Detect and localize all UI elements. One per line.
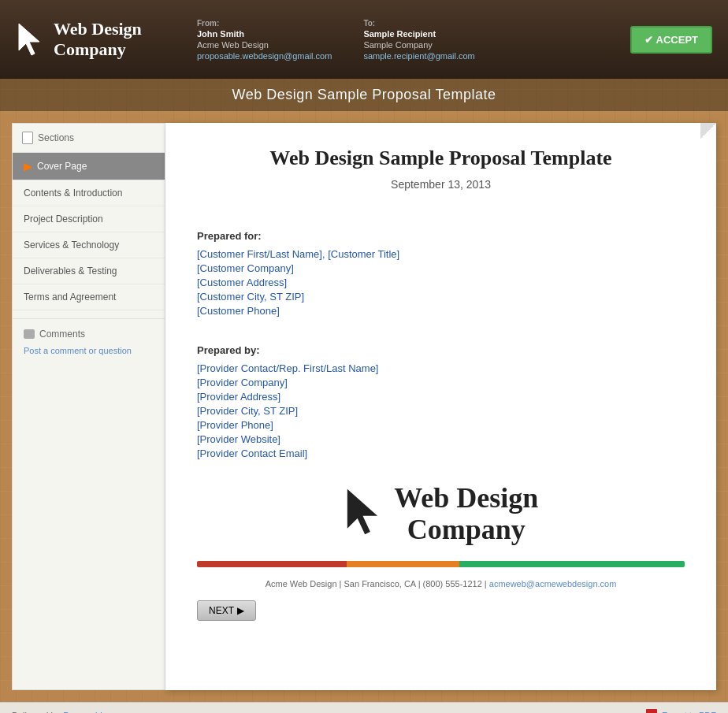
doc-title: Web Design Sample Proposal Template (197, 147, 685, 170)
sidebar-item-contents-introduction[interactable]: Contents & Introduction (13, 180, 165, 206)
sidebar-item-label: Terms and Agreement (24, 292, 116, 303)
title-bar-text: Web Design Sample Proposal Template (232, 87, 496, 102)
from-name: John Smith (197, 29, 332, 39)
customer-company: [Customer Company] (197, 262, 685, 274)
large-cursor-icon (344, 487, 387, 541)
sections-label: Sections (38, 132, 74, 143)
progress-bar-area (197, 561, 685, 567)
sidebar-item-label: Cover Page (37, 161, 87, 172)
customer-address: [Customer Address] (197, 277, 685, 288)
to-email: sample.recipient@gmail.com (363, 51, 474, 61)
to-label: To: (363, 19, 474, 28)
comments-section: Comments (13, 318, 165, 344)
provider-name: [Provider Contact/Rep. First/Last Name] (197, 362, 685, 374)
provider-phone: [Provider Phone] (197, 419, 685, 431)
from-group: From: John Smith Acme Web Design proposa… (197, 19, 332, 61)
customer-phone: [Customer Phone] (197, 305, 685, 317)
sidebar-item-label: Contents & Introduction (24, 188, 122, 199)
provider-email: [Provider Contact Email] (197, 447, 685, 459)
post-comment-link[interactable]: Post a comment or question (13, 344, 165, 357)
prepared-by-section: Prepared by: [Provider Contact/Rep. Firs… (197, 344, 685, 459)
comment-icon (24, 329, 35, 339)
from-company: Acme Web Design (197, 40, 332, 50)
document-icon (22, 132, 33, 144)
from-email: proposable.webdesign@gmail.com (197, 51, 332, 61)
provider-city-zip: [Provider City, ST ZIP] (197, 405, 685, 417)
provider-company: [Provider Company] (197, 377, 685, 388)
accept-button[interactable]: ✔ ACCEPT (630, 26, 712, 54)
prepared-by-label: Prepared by: (197, 344, 685, 356)
provider-address: [Provider Address] (197, 391, 685, 403)
logo-text: Web Design Company (54, 19, 142, 61)
content-area: Web Design Sample Proposal Template Sept… (165, 123, 716, 690)
footer-email: acmeweb@acmewebdesign.com (489, 579, 617, 589)
sidebar: Sections ▶ Cover Page Contents & Introdu… (12, 123, 165, 690)
bottom-right: PDF Export to PDF (646, 709, 716, 713)
provider-website: [Provider Website] (197, 433, 685, 445)
bottom-bar: Delivered by Proposable. PDF Export to P… (0, 702, 728, 713)
customer-city-zip: [Customer City, ST ZIP] (197, 291, 685, 303)
sidebar-item-deliverables-testing[interactable]: Deliverables & Testing (13, 258, 165, 284)
active-arrow-icon: ▶ (24, 160, 32, 173)
sidebar-item-cover-page[interactable]: ▶ Cover Page (13, 153, 165, 180)
svg-marker-1 (347, 490, 376, 533)
next-button-container: NEXT ▶ (197, 600, 685, 621)
sidebar-item-terms-agreement[interactable]: Terms and Agreement (13, 284, 165, 310)
sidebar-item-label: Services & Technology (24, 240, 119, 251)
progress-segment-green (459, 561, 685, 567)
sidebar-item-services-technology[interactable]: Services & Technology (13, 232, 165, 258)
progress-segment-orange (347, 561, 459, 567)
cursor-logo-icon (16, 22, 47, 58)
from-label: From: (197, 19, 332, 28)
prepared-for-label: Prepared for: (197, 230, 685, 242)
progress-bar (197, 561, 685, 567)
customer-name-title: [Customer First/Last Name], [Customer Ti… (197, 248, 685, 260)
large-cursor-svg (344, 487, 387, 538)
footer-bar: Acme Web Design | San Francisco, CA | (8… (197, 579, 685, 589)
page-fold (700, 123, 716, 139)
next-button[interactable]: NEXT ▶ (197, 600, 256, 621)
sections-header: Sections (13, 124, 165, 153)
footer-text: Acme Web Design | San Francisco, CA | (8… (266, 579, 617, 589)
logo-area: Web Design Company (16, 19, 173, 61)
main-layout: Sections ▶ Cover Page Contents & Introdu… (12, 123, 716, 690)
sidebar-item-project-description[interactable]: Project Description (13, 206, 165, 232)
pdf-icon: PDF (646, 709, 657, 713)
comments-label: Comments (39, 329, 85, 340)
next-arrow-icon: ▶ (237, 605, 244, 616)
sidebar-item-label: Deliverables & Testing (24, 266, 117, 277)
prepared-for-section: Prepared for: [Customer First/Last Name]… (197, 230, 685, 317)
sidebar-item-label: Project Description (24, 214, 103, 225)
to-company: Sample Company (363, 40, 474, 50)
logo-large-area: Web Design Company (197, 483, 685, 545)
title-bar: Web Design Sample Proposal Template (0, 79, 728, 111)
large-logo-text: Web Design Company (394, 483, 538, 545)
doc-date: September 13, 2013 (197, 178, 685, 191)
to-name: Sample Recipient (363, 29, 474, 39)
progress-segment-red (197, 561, 347, 567)
header: Web Design Company From: John Smith Acme… (0, 0, 728, 79)
header-meta: From: John Smith Acme Web Design proposa… (197, 19, 607, 61)
next-label: NEXT (209, 605, 234, 616)
svg-marker-0 (19, 24, 39, 55)
to-group: To: Sample Recipient Sample Company samp… (363, 19, 474, 61)
